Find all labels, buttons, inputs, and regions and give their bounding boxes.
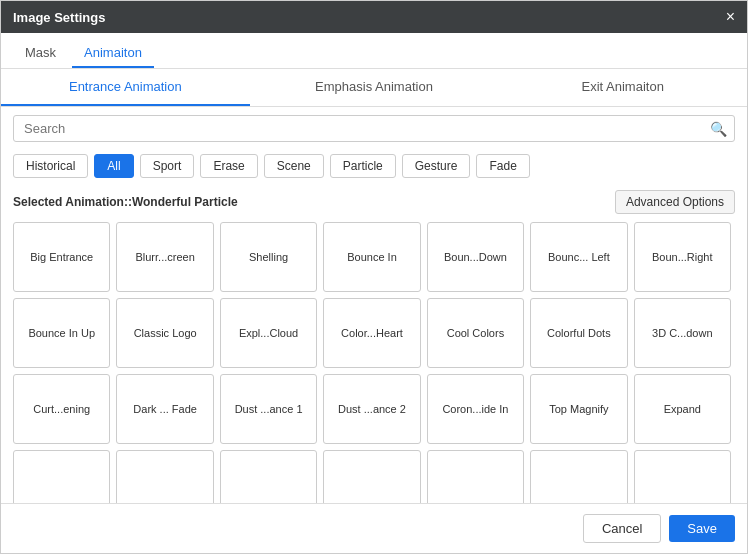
animation-item[interactable] [220, 450, 317, 503]
close-button[interactable]: × [726, 9, 735, 25]
animation-item[interactable]: Dust ...ance 2 [323, 374, 420, 444]
search-icon: 🔍 [710, 121, 727, 137]
animation-item[interactable]: Bounce In Up [13, 298, 110, 368]
animation-item[interactable]: Expl...Cloud [220, 298, 317, 368]
footer: Cancel Save [1, 503, 747, 553]
tab-mask[interactable]: Mask [13, 39, 68, 68]
filter-fade[interactable]: Fade [476, 154, 529, 178]
animation-item[interactable]: Classic Logo [116, 298, 213, 368]
animations-grid: Big EntranceBlurr...creenShellingBounce … [13, 222, 735, 503]
filter-sport[interactable]: Sport [140, 154, 195, 178]
cancel-button[interactable]: Cancel [583, 514, 661, 543]
sub-tab-emphasis[interactable]: Emphasis Animation [250, 69, 499, 106]
sub-tab-entrance[interactable]: Entrance Animation [1, 69, 250, 106]
title-bar: Image Settings × [1, 1, 747, 33]
sub-tabs: Entrance Animation Emphasis Animation Ex… [1, 69, 747, 107]
advanced-options-button[interactable]: Advanced Options [615, 190, 735, 214]
animation-item[interactable]: Expand [634, 374, 731, 444]
dialog-title: Image Settings [13, 10, 105, 25]
animation-item[interactable] [530, 450, 627, 503]
animation-item[interactable]: Top Magnify [530, 374, 627, 444]
animation-item[interactable]: Coron...ide In [427, 374, 524, 444]
filter-gesture[interactable]: Gesture [402, 154, 471, 178]
filter-particle[interactable]: Particle [330, 154, 396, 178]
filter-scene[interactable]: Scene [264, 154, 324, 178]
search-wrap: 🔍 [13, 115, 735, 142]
animation-item[interactable]: Boun...Right [634, 222, 731, 292]
filter-row: Historical All Sport Erase Scene Particl… [1, 150, 747, 186]
animation-item[interactable] [116, 450, 213, 503]
tab-animation[interactable]: Animaiton [72, 39, 154, 68]
filter-erase[interactable]: Erase [200, 154, 257, 178]
animation-item[interactable]: Colorful Dots [530, 298, 627, 368]
animation-item[interactable] [323, 450, 420, 503]
filter-all[interactable]: All [94, 154, 133, 178]
animation-item[interactable] [13, 450, 110, 503]
selected-animation-label: Selected Animation::Wonderful Particle [13, 195, 238, 209]
animations-grid-wrap: Big EntranceBlurr...creenShellingBounce … [1, 222, 747, 503]
selected-row: Selected Animation::Wonderful Particle A… [1, 186, 747, 222]
animation-item[interactable] [634, 450, 731, 503]
animation-item[interactable]: Color...Heart [323, 298, 420, 368]
image-settings-dialog: Image Settings × Mask Animaiton Entrance… [0, 0, 748, 554]
animation-item[interactable]: Bounc... Left [530, 222, 627, 292]
animation-item[interactable]: Bounce In [323, 222, 420, 292]
animation-item[interactable]: Blurr...creen [116, 222, 213, 292]
animation-item[interactable]: Cool Colors [427, 298, 524, 368]
animation-item[interactable] [427, 450, 524, 503]
main-tabs: Mask Animaiton [1, 33, 747, 69]
sub-tab-exit[interactable]: Exit Animaiton [498, 69, 747, 106]
animation-item[interactable]: Shelling [220, 222, 317, 292]
animation-item[interactable]: Big Entrance [13, 222, 110, 292]
filter-historical[interactable]: Historical [13, 154, 88, 178]
save-button[interactable]: Save [669, 515, 735, 542]
animation-item[interactable]: Dark ... Fade [116, 374, 213, 444]
animation-item[interactable]: Boun...Down [427, 222, 524, 292]
search-row: 🔍 [1, 107, 747, 150]
animation-item[interactable]: Curt...ening [13, 374, 110, 444]
animation-item[interactable]: Dust ...ance 1 [220, 374, 317, 444]
animation-item[interactable]: 3D C...down [634, 298, 731, 368]
search-input[interactable] [13, 115, 735, 142]
